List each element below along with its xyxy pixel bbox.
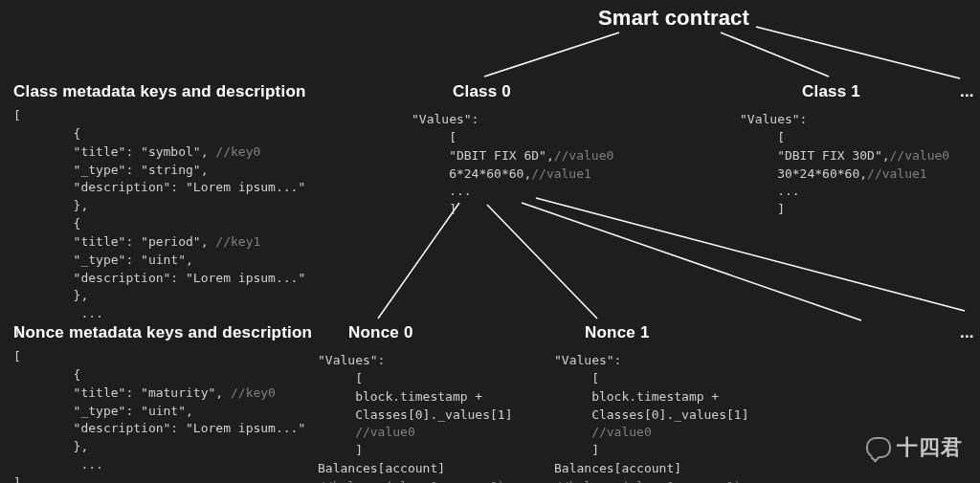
svg-line-1 <box>721 33 829 77</box>
nonce1-heading: Nonce 1 <box>585 323 650 342</box>
diagram-stage: Smart contract Class metadata keys and d… <box>0 0 980 483</box>
watermark: 十四君 <box>866 433 963 462</box>
class-meta-code: [ { "title": "symbol", //key0 "_type": "… <box>13 107 305 341</box>
svg-line-4 <box>487 205 597 318</box>
class0-code: "Values": [ "DBIT FIX 6D",//value0 6*24*… <box>412 111 613 219</box>
nonce0-code: "Values": [ block.timestamp + Classes[0]… <box>318 352 513 483</box>
watermark-text: 十四君 <box>897 433 963 462</box>
nonce0-heading: Nonce 0 <box>348 323 413 342</box>
class1-heading: Class 1 <box>802 82 860 101</box>
class1-code: "Values": [ "DBIT FIX 30D",//value0 30*2… <box>740 111 949 219</box>
watermark-icon <box>866 437 891 458</box>
svg-line-2 <box>756 27 960 78</box>
nonce-meta-code: [ { "title": "maturity", //key0 "_type":… <box>13 348 305 483</box>
svg-line-0 <box>484 33 619 77</box>
svg-line-5 <box>522 203 861 320</box>
nonce1-code: "Values": [ block.timestamp + Classes[0]… <box>554 352 749 483</box>
class-more: ... <box>960 82 974 101</box>
root-label: Smart contract <box>598 6 749 31</box>
nonce-more: ... <box>960 323 974 342</box>
svg-line-3 <box>378 203 459 318</box>
nonce-meta-heading: Nonce metadata keys and description <box>13 323 312 342</box>
class0-heading: Class 0 <box>453 82 511 101</box>
class-meta-heading: Class metadata keys and description <box>13 82 306 101</box>
